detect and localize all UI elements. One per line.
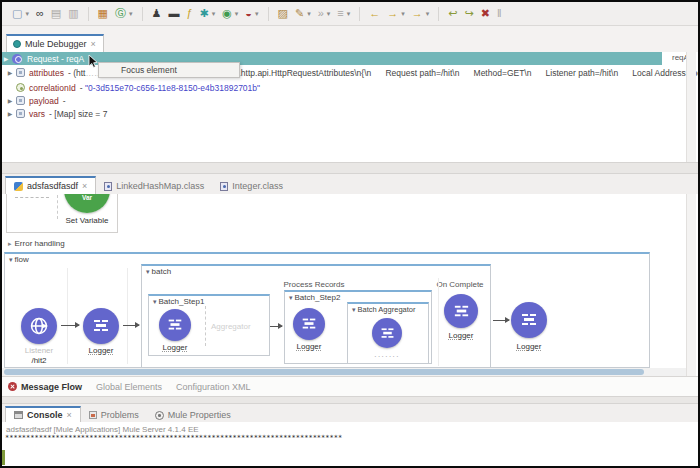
expand-icon[interactable]: ▶: [6, 97, 14, 104]
back-icon[interactable]: ←: [369, 8, 380, 19]
close-icon[interactable]: ×: [91, 39, 96, 49]
flow-title[interactable]: ▾flow: [9, 255, 29, 264]
external-tools-icon[interactable]: ✎: [295, 8, 304, 19]
run-icon[interactable]: ◉: [222, 8, 232, 19]
triangle-down-icon[interactable]: ▾: [153, 298, 157, 305]
open-resource-icon[interactable]: ▨: [278, 8, 288, 19]
dataweave-icon[interactable]: ƒ: [186, 8, 192, 19]
step-return-icon[interactable]: ↩: [448, 8, 457, 19]
tab-integer-class[interactable]: Integer.class: [212, 178, 291, 194]
logger-label[interactable]: Logger: [501, 342, 557, 351]
mouse-cursor: [88, 54, 99, 73]
tab-configuration-xml[interactable]: Configuration XML: [176, 382, 251, 392]
tab-console[interactable]: Console ×: [5, 406, 81, 422]
toolbar-separator: [359, 7, 360, 21]
logger-icon[interactable]: [444, 294, 478, 328]
tab-linkedhashmap-class[interactable]: LinkedHashMap.class: [96, 178, 212, 194]
variable-row-payload[interactable]: ▶ payload -: [6, 94, 696, 107]
triangle-right-icon[interactable]: ▸: [8, 240, 12, 247]
logger-label[interactable]: Logger: [149, 343, 201, 352]
tab-mule-properties[interactable]: Mule Properties: [147, 408, 239, 422]
logger-icon[interactable]: [511, 302, 547, 338]
mark-occurrences-icon[interactable]: ≡: [337, 8, 343, 19]
mark-dropdown-icon[interactable]: ▾: [347, 10, 351, 17]
batch-step2-title[interactable]: ▾Batch_Step2: [289, 293, 340, 302]
http-listener-icon[interactable]: [21, 308, 57, 344]
console-header-line: adsfasdfasdf [Mule Applications] Mule Se…: [6, 425, 199, 434]
canvas-horizontal-scrollbar[interactable]: [2, 368, 688, 376]
debugger-scrollbar[interactable]: [686, 52, 696, 162]
tab-problems[interactable]: Problems: [81, 408, 147, 422]
process-records-label: Process Records: [244, 280, 384, 289]
forward-icon[interactable]: →: [387, 8, 398, 19]
triangle-down-icon[interactable]: ▾: [289, 294, 293, 301]
close-icon[interactable]: ×: [82, 181, 87, 191]
batch-step2-name: Batch_Step2: [295, 293, 341, 302]
skip-breakpoints-icon[interactable]: »: [318, 8, 324, 19]
gear-dropdown-icon[interactable]: ▾: [212, 10, 216, 17]
variable-row-correlationid[interactable]: correlationId - "0-3d515e70-c656-11e8-81…: [14, 81, 694, 94]
terminal-icon[interactable]: ▬: [168, 8, 179, 19]
scrollbar-thumb[interactable]: [4, 369, 644, 375]
close-icon[interactable]: ×: [67, 410, 72, 420]
batch-step2-scope[interactable]: ▾Batch_Step2 Logger ▾Batch Aggregator: [284, 290, 432, 364]
skip-dropdown-icon[interactable]: ▾: [327, 10, 331, 17]
panel-resize-handle[interactable]: [2, 396, 698, 404]
logger-label[interactable]: Logger: [73, 346, 129, 355]
logger-label[interactable]: Logger: [283, 342, 335, 351]
tab-mule-debugger[interactable]: Mule Debugger ×: [6, 34, 104, 52]
triangle-down-icon[interactable]: ▾: [9, 256, 13, 263]
save-icon[interactable]: ▤: [51, 8, 61, 19]
new-dropdown-icon[interactable]: ▾: [25, 10, 29, 17]
batch-title[interactable]: ▾batch: [146, 267, 171, 276]
global-elements-icon[interactable]: Ⓖ: [115, 8, 126, 19]
batch-aggregator-title[interactable]: ▾Batch Aggregator: [352, 305, 415, 314]
last-edit-icon[interactable]: →: [412, 8, 423, 19]
triangle-down-icon[interactable]: ▾: [352, 306, 356, 313]
global-dropdown-icon[interactable]: ▾: [129, 10, 133, 17]
tab-label: LinkedHashMap.class: [116, 181, 204, 191]
tab-label: Mule Properties: [168, 410, 231, 420]
editor-tab-strip: adsfasdfasdf × LinkedHashMap.class Integ…: [2, 174, 698, 194]
user-icon[interactable]: ♟: [152, 8, 162, 19]
gear-icon[interactable]: ✱: [200, 8, 209, 19]
canvas-vertical-scrollbar[interactable]: [686, 194, 696, 376]
forward-dropdown-icon[interactable]: ▾: [401, 10, 405, 17]
debug-icon[interactable]: ◒: [245, 8, 252, 19]
flow-scope[interactable]: ▾flow Listener /hit2 Logger ▾batch: [4, 252, 650, 368]
suspend-icon[interactable]: ‖: [497, 8, 502, 19]
listener-label: Listener: [11, 346, 67, 355]
package-icon[interactable]: ▦: [98, 8, 108, 19]
batch-scope[interactable]: ▾batch Process Records On Complete ▾Batc…: [141, 264, 491, 368]
set-variable-badge: Var: [64, 194, 110, 201]
triangle-down-icon[interactable]: ▾: [146, 268, 150, 275]
last-edit-dropdown-icon[interactable]: ▾: [426, 10, 430, 17]
tab-adsfasdfasdf[interactable]: adsfasdfasdf ×: [5, 176, 96, 194]
logger-icon[interactable]: [372, 318, 402, 348]
logger-label[interactable]: Logger: [434, 331, 488, 340]
run-dropdown-icon[interactable]: ▾: [235, 10, 239, 17]
tools-dropdown-icon[interactable]: ▾: [307, 10, 311, 17]
new-file-icon[interactable]: ▢: [12, 8, 22, 19]
panel-resize-handle[interactable]: [2, 162, 698, 174]
expand-icon[interactable]: ▶: [6, 110, 14, 117]
mule-exchange-icon[interactable]: ∞: [36, 8, 44, 19]
expand-icon[interactable]: ▶: [2, 55, 10, 62]
batch-aggregator-scope[interactable]: ▾Batch Aggregator ·······: [347, 302, 429, 364]
batch-step1-title[interactable]: ▾Batch_Step1: [153, 297, 204, 306]
variable-name: correlationId: [29, 83, 76, 93]
batch-step1-scope[interactable]: ▾Batch_Step1 Logger Aggregator: [148, 294, 270, 356]
set-variable-label[interactable]: Set Variable: [60, 216, 114, 225]
step-into-icon[interactable]: ↪: [465, 8, 474, 19]
logger-icon[interactable]: [293, 308, 325, 340]
debug-dropdown-icon[interactable]: ▾: [255, 10, 259, 17]
save-all-icon[interactable]: ▥: [68, 8, 78, 19]
variable-row-vars[interactable]: ▶ vars - [Map] size = 7: [6, 107, 696, 120]
logger-icon[interactable]: [159, 309, 191, 341]
terminate-icon[interactable]: ✖: [481, 8, 490, 19]
tab-global-elements[interactable]: Global Elements: [96, 382, 162, 392]
error-handling-section[interactable]: ▸Error handling: [8, 239, 65, 248]
tab-message-flow[interactable]: Message Flow: [8, 382, 82, 392]
expand-icon[interactable]: ▶: [6, 69, 14, 76]
logger-icon[interactable]: [83, 308, 119, 344]
